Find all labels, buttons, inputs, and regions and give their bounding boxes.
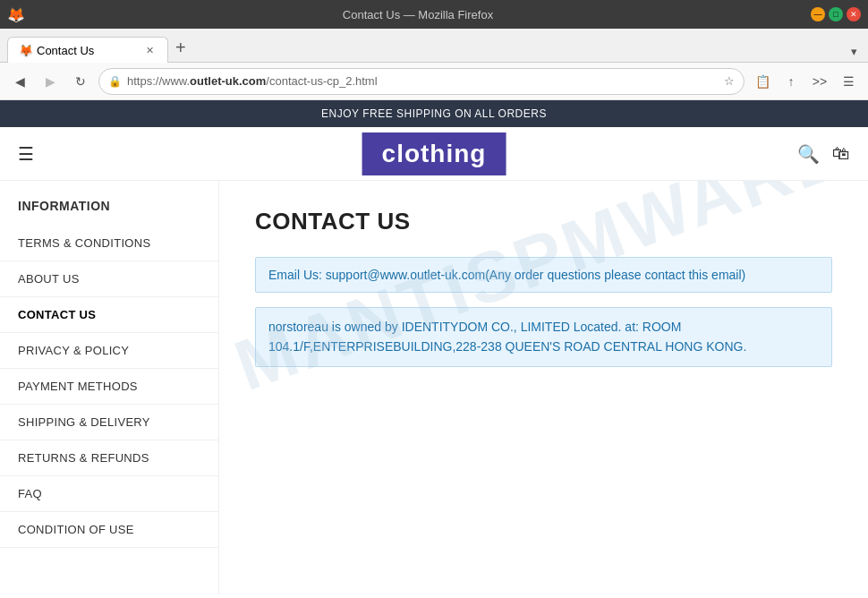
main-layout: INFORMATION TERMS & CONDITIONS ABOUT US … — [0, 181, 868, 594]
cart-icon[interactable]: 🛍 — [832, 143, 850, 164]
close-window-button[interactable]: ✕ — [847, 7, 861, 21]
sidebar-heading: INFORMATION — [0, 199, 218, 226]
page-title: CONTACT US — [255, 208, 832, 235]
sidebar-item-shipping[interactable]: SHIPPING & DELIVERY — [0, 405, 218, 440]
share-button[interactable]: ↑ — [779, 69, 804, 94]
url-prefix: https://www. — [127, 74, 190, 88]
url-domain: outlet-uk.com — [190, 74, 266, 88]
nav-extras: 📋 ↑ >> ☰ — [750, 69, 861, 94]
menu-button[interactable]: ☰ — [836, 69, 861, 94]
sidebar-item-privacy[interactable]: PRIVACY & POLICY — [0, 333, 218, 369]
browser-titlebar: 🦊 Contact Us — Mozilla Firefox — □ ✕ — [0, 0, 868, 29]
tab-label: Contact Us — [37, 44, 94, 57]
url-path: /contact-us-cp_2.html — [266, 74, 377, 88]
logo-text: clothing — [362, 132, 506, 175]
main-content: MANTISPMWARE.COM CONTACT US Email Us: su… — [219, 181, 868, 594]
site-logo[interactable]: clothing — [362, 132, 506, 175]
tab-bar: 🦊 Contact Us ✕ + ▾ — [0, 29, 868, 63]
announcement-text: ENJOY FREE SHIPPING ON ALL ORDERS — [321, 107, 547, 120]
email-box: Email Us: support@www.outlet-uk.com(Any … — [255, 257, 832, 293]
new-tab-button[interactable]: + — [168, 38, 193, 58]
sidebar: INFORMATION TERMS & CONDITIONS ABOUT US … — [0, 181, 219, 594]
sidebar-item-terms[interactable]: TERMS & CONDITIONS — [0, 226, 218, 261]
forward-button[interactable]: ▶ — [38, 69, 63, 94]
tab-list-button[interactable]: ▾ — [847, 45, 861, 58]
extensions-button[interactable]: >> — [807, 69, 832, 94]
sidebar-item-contact[interactable]: CONTACT US — [0, 297, 218, 333]
company-info-text: norstoreau is owned by IDENTITYDOM CO., … — [268, 317, 819, 357]
sidebar-item-payment[interactable]: PAYMENT METHODS — [0, 369, 218, 405]
reload-button[interactable]: ↻ — [68, 69, 93, 94]
window-buttons: — □ ✕ — [811, 7, 861, 21]
tab-close-button[interactable]: ✕ — [142, 43, 157, 57]
header-icons: 🔍 🛍 — [797, 143, 850, 165]
sidebar-item-about[interactable]: ABOUT US — [0, 261, 218, 297]
active-tab[interactable]: 🦊 Contact Us ✕ — [7, 37, 168, 63]
sidebar-item-faq[interactable]: FAQ — [0, 476, 218, 512]
maximize-button[interactable]: □ — [829, 7, 843, 21]
company-info-box: norstoreau is owned by IDENTITYDOM CO., … — [255, 307, 832, 367]
bookmark-icon[interactable]: ☆ — [724, 74, 735, 88]
sidebar-item-condition[interactable]: CONDITION OF USE — [0, 512, 218, 548]
announcement-bar: ENJOY FREE SHIPPING ON ALL ORDERS — [0, 100, 868, 127]
url-text: https://www.outlet-uk.com/contact-us-cp_… — [127, 74, 719, 88]
minimize-button[interactable]: — — [811, 7, 825, 21]
security-icon: 🔒 — [108, 75, 122, 88]
url-bar[interactable]: 🔒 https://www.outlet-uk.com/contact-us-c… — [98, 68, 745, 95]
search-icon[interactable]: 🔍 — [797, 143, 820, 165]
firefox-icon: 🦊 — [7, 6, 25, 23]
email-link[interactable]: Email Us: support@www.outlet-uk.com(Any … — [268, 268, 745, 282]
back-button[interactable]: ◀ — [7, 69, 32, 94]
hamburger-menu[interactable]: ☰ — [18, 143, 34, 165]
site-header: ☰ clothing 🔍 🛍 — [0, 127, 868, 181]
navigation-bar: ◀ ▶ ↻ 🔒 https://www.outlet-uk.com/contac… — [0, 63, 868, 100]
sidebar-item-returns[interactable]: RETURNS & REFUNDS — [0, 440, 218, 476]
browser-title: Contact Us — Mozilla Firefox — [32, 8, 804, 21]
tab-favicon: 🦊 — [19, 44, 31, 56]
pocket-button[interactable]: 📋 — [750, 69, 775, 94]
